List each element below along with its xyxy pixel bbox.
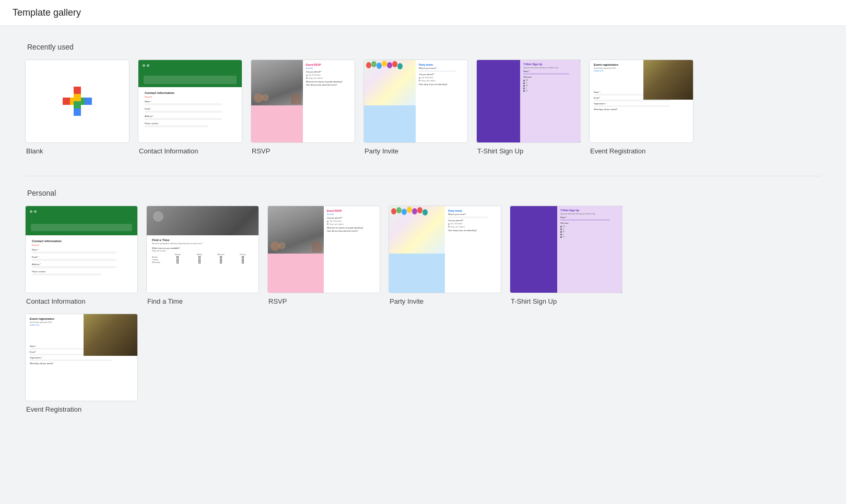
template-label-party: Party Invite (363, 147, 398, 155)
template-thumb-rsvp-personal: Event RSVP Event link Can you attend? * … (267, 206, 380, 293)
page-title: Template gallery (13, 7, 81, 18)
template-rsvp-personal[interactable]: Event RSVP Event link Can you attend? * … (267, 206, 380, 305)
template-thumb-party: Party Invite What is your name? Can you … (363, 59, 468, 143)
template-thumb-findtime: Find a Time We want to get together to t… (146, 206, 259, 293)
template-event-reg[interactable]: Event registration Event Friday, January… (589, 59, 694, 155)
template-tshirt-personal[interactable]: T-Shirt Sign Up Type your name and t-shi… (510, 206, 622, 305)
template-party-invite[interactable]: Party Invite What is your name? Can you … (363, 59, 468, 155)
template-tshirt[interactable]: T-Shirt Sign Up Type your name and t-shi… (476, 59, 581, 155)
recently-used-row: Blank Contact information Required (25, 59, 821, 155)
template-blank[interactable]: Blank (25, 59, 130, 155)
template-find-time[interactable]: Find a Time We want to get together to t… (146, 206, 259, 305)
template-contact-personal[interactable]: Contact information Required Name * Emai… (25, 206, 138, 305)
template-thumb-event: Event registration Event Friday, January… (589, 59, 694, 143)
recently-used-section: Recently used Blank (25, 43, 821, 155)
template-label-event-personal: Event Registration (25, 405, 81, 413)
template-thumb-tshirt-personal: T-Shirt Sign Up Type your name and t-shi… (510, 206, 622, 293)
template-thumb-blank (25, 59, 130, 143)
template-label-contact: Contact Information (138, 147, 198, 155)
personal-title: Personal (25, 189, 821, 197)
template-rsvp[interactable]: Event RSVP Event link Can you attend? * … (251, 59, 355, 155)
template-contact-info[interactable]: Contact information Required Name * Emai… (138, 59, 242, 155)
page-header: Template gallery (0, 0, 846, 26)
template-label-tshirt-personal: T-Shirt Sign Up (510, 297, 557, 305)
template-label-contact-personal: Contact Information (25, 297, 85, 305)
template-label-rsvp: RSVP (251, 147, 270, 155)
recently-used-title: Recently used (25, 43, 821, 51)
contact-mini-title: Contact information (145, 91, 236, 94)
plus-icon (63, 87, 92, 116)
template-thumb-contact-personal: Contact information Required Name * Emai… (25, 206, 138, 293)
section-divider (25, 176, 821, 176)
template-label-event: Event Registration (589, 147, 645, 155)
template-thumb-contact: Contact information Required Name * Emai… (138, 59, 242, 143)
template-label-party-personal: Party Invite (389, 297, 424, 305)
template-label-tshirt: T-Shirt Sign Up (476, 147, 523, 155)
template-event-personal[interactable]: Event registration Event Friday, January… (25, 314, 138, 413)
personal-section: Personal Contact information Required (25, 176, 821, 413)
personal-row: Contact information Required Name * Emai… (25, 206, 821, 305)
personal-row-2: Event registration Event Friday, January… (25, 314, 821, 413)
template-label-blank: Blank (25, 147, 43, 155)
template-thumb-event-personal: Event registration Event Friday, January… (25, 314, 138, 401)
template-thumb-party-personal: Party Invite What is your name? Can you … (389, 206, 501, 293)
template-gallery: Recently used Blank (0, 26, 846, 451)
template-label-findtime: Find a Time (146, 297, 183, 305)
template-thumb-rsvp: Event RSVP Event link Can you attend? * … (251, 59, 355, 143)
template-thumb-tshirt: T-Shirt Sign Up Type your name and t-shi… (476, 59, 581, 143)
template-party-personal[interactable]: Party Invite What is your name? Can you … (389, 206, 501, 305)
template-label-rsvp-personal: RSVP (267, 297, 287, 305)
